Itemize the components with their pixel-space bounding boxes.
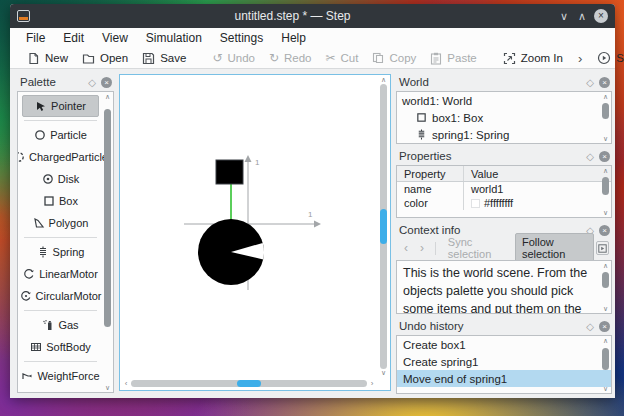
scroll-down-icon[interactable]: ∨ bbox=[603, 134, 608, 143]
copy-button[interactable]: Copy bbox=[365, 50, 423, 66]
palette-item-pointer[interactable]: Pointer bbox=[22, 95, 99, 117]
scroll-up-icon[interactable]: ∧ bbox=[603, 261, 608, 270]
scrollbar-thumb[interactable] bbox=[104, 109, 111, 327]
column-value[interactable]: Value bbox=[464, 168, 611, 180]
context-info-panel: Context info ◇ × ‹ › Sync selection Foll… bbox=[396, 222, 612, 314]
scene-graphics: 1 1 bbox=[120, 75, 378, 378]
tree-item-spring1[interactable]: spring1: Spring bbox=[397, 126, 611, 143]
box-icon bbox=[43, 195, 55, 207]
canvas-vertical-scrollbar[interactable]: ∧ ∨ bbox=[378, 76, 389, 377]
palette-item-softbody[interactable]: SoftBody bbox=[20, 336, 101, 358]
scroll-down-icon[interactable]: ∨ bbox=[381, 369, 386, 377]
open-in-browser-button[interactable] bbox=[596, 241, 609, 255]
close-icon[interactable]: × bbox=[599, 151, 610, 162]
palette-item-gas[interactable]: Gas bbox=[20, 314, 101, 336]
scrollbar-thumb[interactable] bbox=[602, 348, 609, 370]
palette-item-disk[interactable]: Disk bbox=[20, 168, 101, 190]
scroll-right-icon[interactable]: › bbox=[367, 379, 377, 388]
palette-item-particle[interactable]: Particle bbox=[20, 124, 101, 146]
paste-button[interactable]: Paste bbox=[423, 50, 483, 67]
properties-scrollbar[interactable]: ∧ ∨ bbox=[600, 166, 611, 217]
menu-edit[interactable]: Edit bbox=[55, 29, 92, 47]
context-info-toolbar: ‹ › Sync selection Follow selection bbox=[396, 238, 612, 258]
save-button[interactable]: Save bbox=[135, 50, 193, 67]
scrollbar-thumb[interactable] bbox=[602, 177, 609, 195]
maximize-button[interactable]: ∧ bbox=[573, 4, 591, 28]
close-icon[interactable]: × bbox=[599, 77, 610, 88]
minimize-button[interactable]: ∨ bbox=[555, 4, 573, 28]
scroll-up-icon[interactable]: ∧ bbox=[603, 92, 608, 101]
close-icon[interactable]: × bbox=[599, 321, 610, 332]
right-panel-column: World ◇ × world1: World box1: Box spring… bbox=[396, 74, 612, 394]
world-scene-canvas[interactable]: 1 1 ∧ ∨ ‹ bbox=[119, 74, 391, 391]
scroll-down-icon[interactable]: ∨ bbox=[603, 208, 608, 217]
box1-object bbox=[216, 160, 243, 184]
scrollbar-thumb[interactable] bbox=[602, 272, 609, 288]
undo-history-scrollbar[interactable]: ∧ ∨ bbox=[600, 336, 611, 393]
palette-item-weightforce[interactable]: WeightForce bbox=[20, 365, 101, 387]
palette-item-box[interactable]: Box bbox=[20, 190, 101, 212]
close-icon[interactable]: × bbox=[101, 77, 112, 88]
undo-item-create-spring1[interactable]: Create spring1 bbox=[397, 353, 611, 370]
scrollbar-thumb[interactable] bbox=[602, 103, 609, 119]
disk-object bbox=[198, 219, 264, 285]
palette-item-circularmotor[interactable]: CircularMotor bbox=[20, 285, 101, 307]
menu-help[interactable]: Help bbox=[273, 29, 314, 47]
context-info-scrollbar[interactable]: ∧ ∨ bbox=[600, 261, 611, 313]
menu-simulation[interactable]: Simulation bbox=[138, 29, 210, 47]
tree-item-box1[interactable]: box1: Box bbox=[397, 109, 611, 126]
zoom-in-button[interactable]: Zoom In bbox=[496, 50, 570, 67]
scroll-up-icon[interactable]: ∧ bbox=[105, 92, 110, 101]
property-row-name[interactable]: name world1 bbox=[397, 182, 611, 196]
palette-item-spring[interactable]: Spring bbox=[20, 241, 101, 263]
open-button[interactable]: Open bbox=[75, 50, 135, 67]
scroll-down-icon[interactable]: ∨ bbox=[603, 384, 608, 393]
scrollbar-thumb[interactable] bbox=[380, 209, 387, 243]
property-row-color[interactable]: color #ffffffff bbox=[397, 196, 611, 210]
toolbar: New Open Save ↺ Undo ↻ Redo ✂ Cut Copy bbox=[10, 48, 615, 69]
palette-item-linearmotor[interactable]: LinearMotor bbox=[20, 263, 101, 285]
x-axis-tick-label: 1 bbox=[308, 210, 313, 219]
weight-force-icon bbox=[21, 370, 33, 382]
cut-button[interactable]: ✂ Cut bbox=[319, 50, 366, 66]
scroll-up-icon[interactable]: ∧ bbox=[381, 76, 386, 84]
float-icon[interactable]: ◇ bbox=[586, 77, 594, 88]
new-button[interactable]: New bbox=[20, 50, 75, 67]
palette-item-chargedparticle[interactable]: ChargedParticle bbox=[20, 146, 101, 168]
paste-icon bbox=[430, 52, 442, 65]
sync-selection-button[interactable]: Sync selection bbox=[442, 234, 513, 262]
scroll-down-icon[interactable]: ∨ bbox=[105, 383, 110, 392]
simulate-button[interactable]: Simulate ∨ bbox=[590, 49, 624, 67]
float-icon[interactable]: ◇ bbox=[586, 151, 594, 162]
palette-item-polygon[interactable]: Polygon bbox=[20, 212, 101, 234]
undo-button[interactable]: ↺ Undo bbox=[205, 50, 262, 66]
world-scrollbar[interactable]: ∧ ∨ bbox=[600, 92, 611, 143]
undo-item-create-box1[interactable]: Create box1 bbox=[397, 336, 611, 353]
palette-scrollbar[interactable]: ∧ ∨ bbox=[102, 92, 113, 392]
scroll-up-icon[interactable]: ∧ bbox=[603, 336, 608, 345]
scroll-left-icon[interactable]: ‹ bbox=[121, 379, 131, 388]
titlebar[interactable]: untitled.step * — Step ∨ ∧ × bbox=[10, 4, 615, 28]
undo-item-move-end-of-spring1[interactable]: Move end of spring1 bbox=[397, 370, 611, 387]
forward-button[interactable]: › bbox=[415, 241, 429, 255]
tree-item-world1[interactable]: world1: World bbox=[397, 92, 611, 109]
canvas-horizontal-scrollbar[interactable]: ‹ › bbox=[121, 378, 377, 389]
redo-button[interactable]: ↻ Redo bbox=[262, 50, 319, 66]
scroll-down-icon[interactable]: ∨ bbox=[603, 304, 608, 313]
toolbar-overflow-chevron[interactable]: › bbox=[570, 51, 590, 66]
close-button[interactable]: × bbox=[594, 9, 608, 23]
column-property[interactable]: Property bbox=[397, 166, 464, 181]
color-swatch bbox=[471, 199, 480, 208]
scrollbar-thumb[interactable] bbox=[237, 380, 261, 387]
back-button[interactable]: ‹ bbox=[399, 241, 413, 255]
menu-file[interactable]: File bbox=[18, 29, 53, 47]
palette-panel: Palette ◇ × Pointer Particle bbox=[17, 74, 114, 393]
float-icon[interactable]: ◇ bbox=[88, 77, 96, 88]
palette-title: Palette bbox=[20, 76, 88, 88]
menu-view[interactable]: View bbox=[94, 29, 136, 47]
float-icon[interactable]: ◇ bbox=[586, 321, 594, 332]
close-icon[interactable]: × bbox=[599, 225, 610, 236]
follow-selection-button[interactable]: Follow selection bbox=[515, 233, 594, 263]
scroll-up-icon[interactable]: ∧ bbox=[603, 166, 608, 175]
menu-settings[interactable]: Settings bbox=[212, 29, 271, 47]
